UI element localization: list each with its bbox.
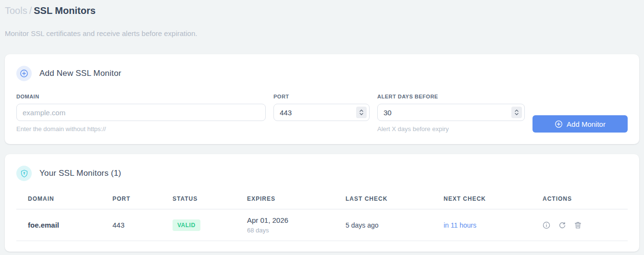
col-header-port: PORT [101,193,161,209]
add-monitor-card-header: Add New SSL Monitor [16,66,628,81]
col-header-status: STATUS [161,193,235,209]
col-header-expires: EXPIRES [235,193,334,209]
row-actions [543,221,628,229]
domain-field-label: DOMAIN [16,94,266,99]
domain-input[interactable] [16,104,266,121]
add-monitor-button[interactable]: Add Monitor [533,115,628,133]
monitors-table: DOMAIN PORT STATUS EXPIRES LAST CHECK NE… [16,193,628,241]
col-header-last-check: LAST CHECK [334,193,432,209]
monitors-card-title: Your SSL Monitors (1) [39,169,121,178]
alert-days-field-group: ALERT DAYS BEFORE Alert X days before ex… [377,94,525,133]
monitors-list-card: Your SSL Monitors (1) DOMAIN PORT STATUS… [5,154,639,252]
submit-field-group: Add Monitor [533,94,628,133]
monitors-card-header: Your SSL Monitors (1) [16,166,628,181]
plus-circle-icon [16,66,32,81]
ssl-monitors-page: Tools/SSL Monitors Monitor SSL certifica… [0,0,644,252]
add-monitor-form: DOMAIN Enter the domain without https://… [16,94,628,133]
add-monitor-card: Add New SSL Monitor DOMAIN Enter the dom… [5,54,639,144]
monitor-last-check: 5 days ago [334,209,432,241]
page-subtitle: Monitor SSL certificates and receive ale… [5,29,639,38]
port-field-label: PORT [273,94,370,99]
alert-days-field-label: ALERT DAYS BEFORE [377,94,525,99]
plus-circle-icon [555,120,563,128]
table-header-row: DOMAIN PORT STATUS EXPIRES LAST CHECK NE… [16,193,628,209]
refresh-icon[interactable] [558,221,566,229]
col-header-domain: DOMAIN [16,193,101,209]
alert-days-input[interactable] [377,104,525,121]
monitor-port: 443 [101,209,161,241]
add-monitor-card-title: Add New SSL Monitor [39,69,121,78]
domain-field-group: DOMAIN Enter the domain without https:// [16,94,266,133]
page-title: SSL Monitors [34,5,96,16]
breadcrumb-separator: / [27,5,34,16]
info-icon[interactable] [543,221,550,229]
domain-field-helper: Enter the domain without https:// [16,125,266,133]
add-monitor-button-label: Add Monitor [567,120,606,128]
col-header-next-check: NEXT CHECK [432,193,531,209]
port-field-group: PORT [273,94,370,121]
alert-days-stepper[interactable] [511,107,522,118]
breadcrumb-tools-link[interactable]: Tools [5,5,27,16]
monitor-expires-date: Apr 01, 2026 [247,216,334,224]
status-badge: VALID [173,219,200,231]
table-row: foe.email 443 VALID Apr 01, 2026 68 days… [16,209,628,241]
monitor-expires-days: 68 days [247,227,334,234]
col-header-actions: ACTIONS [531,193,628,209]
monitor-domain: foe.email [16,209,101,241]
monitor-next-check[interactable]: in 11 hours [432,209,531,241]
port-input[interactable] [273,104,370,121]
shield-icon [16,166,32,181]
trash-icon[interactable] [574,221,582,229]
alert-days-field-helper: Alert X days before expiry [377,125,525,133]
breadcrumb: Tools/SSL Monitors [5,4,639,17]
port-stepper[interactable] [356,107,367,118]
